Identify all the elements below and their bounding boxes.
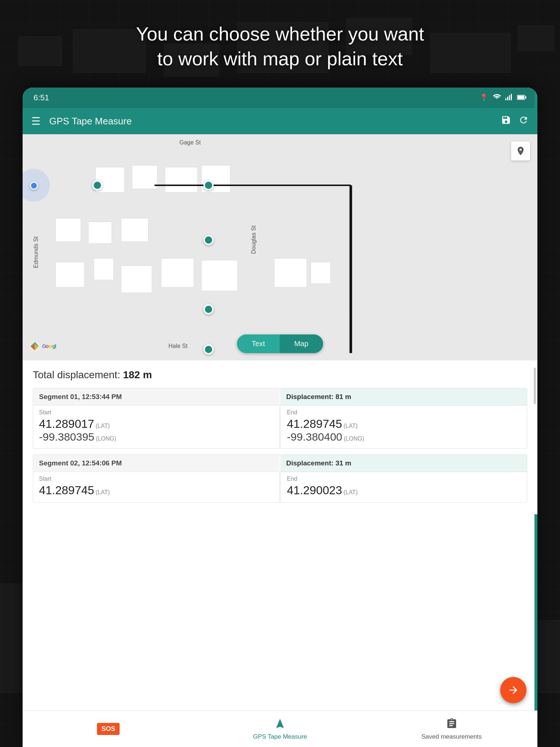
segment-2-coords: Start 41.289745(LAT) End 41.290023(LAT) bbox=[33, 472, 527, 502]
status-icons: 📍 bbox=[479, 93, 526, 102]
svg-text:o: o bbox=[46, 343, 49, 349]
saved-nav-icon bbox=[446, 718, 458, 731]
map-text-toggle[interactable]: Text Map bbox=[237, 334, 323, 353]
map-block bbox=[274, 258, 307, 287]
top-banner: You can choose whether you want to work … bbox=[0, 22, 560, 71]
segment-card-1: Segment 01, 12:53:44 PM Displacement: 81… bbox=[33, 388, 527, 449]
content-area: Total displacement: 182 m Segment 01, 12… bbox=[23, 360, 537, 514]
svg-rect-1 bbox=[507, 97, 508, 100]
segment-1-start-long: -99.380395(LONG) bbox=[39, 431, 273, 443]
waypoint-3 bbox=[203, 235, 214, 245]
coord-divider-2 bbox=[280, 472, 280, 502]
nav-item-saved[interactable]: Saved measurements bbox=[366, 715, 537, 743]
segment-1-header: Segment 01, 12:53:44 PM Displacement: 81… bbox=[33, 388, 527, 406]
segment-2-start: Start 41.289745(LAT) bbox=[33, 472, 279, 502]
segment-1-start: Start 41.289017(LAT) -99.380395(LONG) bbox=[33, 406, 279, 448]
google-logo: G o o g l bbox=[28, 337, 58, 357]
map-block bbox=[165, 167, 198, 193]
nav-item-sos[interactable]: SOS bbox=[23, 720, 194, 738]
street-label-hale: Hale St bbox=[168, 343, 187, 349]
text-toggle-button[interactable]: Text bbox=[237, 334, 280, 353]
waypoint-2 bbox=[203, 180, 214, 190]
map-area: Gage St Hale St Edmunds St Douglas St bbox=[23, 134, 537, 360]
map-block bbox=[94, 258, 114, 280]
segment-1-coords: Start 41.289017(LAT) -99.380395(LONG) En… bbox=[33, 406, 527, 448]
saved-nav-label: Saved measurements bbox=[421, 733, 482, 740]
segment-1-title: Segment 01, 12:53:44 PM bbox=[33, 388, 280, 406]
map-block bbox=[55, 218, 81, 242]
segment-1-end: End 41.289745(LAT) -99.380400(LONG) bbox=[281, 406, 527, 448]
refresh-button[interactable] bbox=[518, 115, 529, 128]
segment-2-end-lat: 41.290023(LAT) bbox=[287, 484, 521, 497]
svg-rect-0 bbox=[505, 98, 506, 100]
app-bar: ☰ GPS Tape Measure bbox=[23, 108, 537, 134]
segment-2-start-lat: 41.289745(LAT) bbox=[39, 484, 273, 497]
svg-rect-3 bbox=[511, 94, 512, 100]
svg-text:l: l bbox=[55, 343, 57, 349]
map-block bbox=[121, 266, 152, 293]
map-block bbox=[121, 218, 148, 242]
location-pin-icon: 📍 bbox=[479, 93, 489, 102]
segment-2-header: Segment 02, 12:54:06 PM Displacement: 31… bbox=[33, 455, 527, 472]
app-title: GPS Tape Measure bbox=[49, 116, 501, 127]
svg-rect-2 bbox=[509, 95, 510, 100]
map-toggle-button[interactable]: Map bbox=[280, 334, 323, 353]
gps-nav-label: GPS Tape Measure bbox=[253, 733, 307, 740]
segment-2-title: Segment 02, 12:54:06 PM bbox=[33, 455, 280, 472]
location-dot bbox=[30, 182, 38, 190]
status-time: 6:51 bbox=[34, 93, 49, 102]
street-label-edmunds: Edmunds St bbox=[33, 236, 39, 268]
svg-rect-6 bbox=[525, 96, 526, 98]
svg-rect-5 bbox=[518, 96, 524, 99]
scroll-indicator[interactable] bbox=[534, 368, 536, 404]
map-block bbox=[311, 262, 331, 284]
street-label-douglas: Douglas St bbox=[250, 225, 257, 254]
map-block bbox=[132, 165, 158, 189]
nav-item-gps[interactable]: GPS Tape Measure bbox=[194, 715, 366, 743]
battery-icon bbox=[517, 93, 526, 102]
waypoint-1 bbox=[92, 180, 102, 190]
segment-2-end: End 41.290023(LAT) bbox=[281, 472, 527, 502]
street-label-gage: Gage St bbox=[179, 139, 201, 146]
coord-divider bbox=[280, 406, 280, 448]
segment-card-2: Segment 02, 12:54:06 PM Displacement: 31… bbox=[33, 454, 527, 503]
svg-text:o: o bbox=[49, 343, 52, 349]
status-bar: 6:51 📍 bbox=[23, 88, 537, 108]
sos-badge[interactable]: SOS bbox=[97, 723, 120, 735]
map-block bbox=[88, 222, 112, 244]
fab-button[interactable] bbox=[500, 677, 526, 703]
phone-container: 6:51 📍 bbox=[23, 88, 537, 747]
signal-icon bbox=[505, 93, 513, 102]
waypoint-5 bbox=[203, 344, 214, 355]
segment-1-end-lat: 41.289745(LAT) bbox=[287, 417, 521, 431]
total-displacement: Total displacement: 182 m bbox=[33, 369, 527, 381]
map-block bbox=[55, 262, 85, 287]
map-block bbox=[161, 258, 194, 287]
waypoint-4 bbox=[203, 304, 214, 314]
compass-button[interactable] bbox=[511, 142, 530, 160]
segment-1-end-long: -99.380400(LONG) bbox=[287, 431, 521, 443]
map-block bbox=[201, 260, 238, 291]
wifi-icon bbox=[493, 93, 501, 102]
app-bar-actions bbox=[501, 115, 529, 128]
save-button[interactable] bbox=[501, 115, 511, 128]
gps-nav-icon bbox=[274, 718, 286, 731]
segment-1-displacement: Displacement: 81 m bbox=[280, 388, 527, 406]
menu-button[interactable]: ☰ bbox=[31, 115, 40, 127]
banner-text: You can choose whether you want to work … bbox=[0, 22, 560, 71]
total-value: 182 m bbox=[123, 369, 152, 380]
segment-1-start-lat: 41.289017(LAT) bbox=[39, 417, 273, 431]
bottom-nav: SOS GPS Tape Measure Saved measurements bbox=[23, 711, 537, 747]
segment-2-displacement: Displacement: 31 m bbox=[280, 455, 527, 472]
